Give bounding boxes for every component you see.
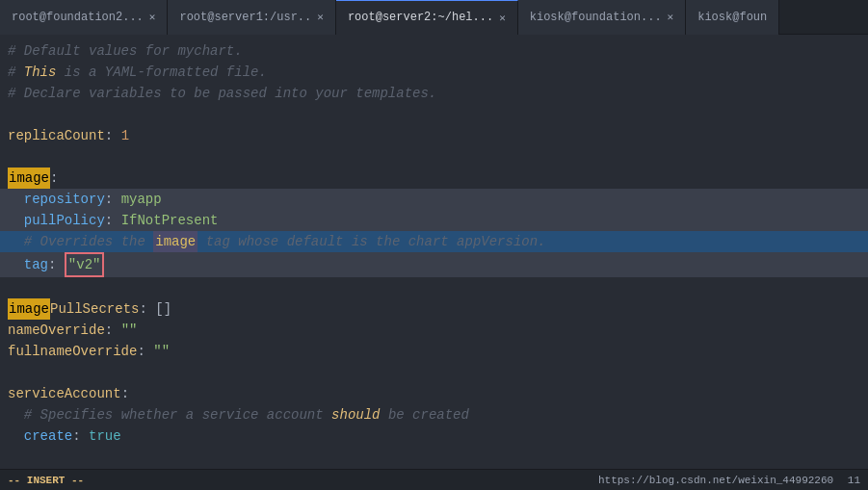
tab-3-close[interactable]: ✕ — [499, 12, 506, 24]
code-line-6 — [0, 146, 868, 168]
tab-5-label: kiosk@foun — [697, 11, 767, 24]
tab-bar: root@foundation2... ✕ root@server1:/usr.… — [0, 0, 868, 35]
code-line-2: # This is a YAML-formatted file. — [0, 62, 868, 83]
code-line-16 — [0, 362, 868, 383]
code-line-5: replicaCount: 1 — [0, 125, 868, 146]
tab-1-label: root@foundation2... — [12, 11, 144, 24]
line-3-text: # Declare variables to be passed into yo… — [8, 83, 436, 104]
status-url: https://blog.csdn.net/weixin_44992260 11 — [598, 475, 860, 486]
code-line-12 — [0, 277, 868, 298]
code-line-18: # Specifies whether a service account sh… — [0, 404, 868, 426]
code-line-14: nameOverride: "" — [0, 320, 868, 341]
tag-value-box: "v2" — [65, 252, 105, 277]
line-5-key: replicaCount — [8, 125, 105, 146]
status-position: 11 — [848, 475, 860, 486]
tab-3-label: root@server2:~/hel... — [348, 11, 493, 24]
code-line-7: image: — [0, 168, 868, 189]
line-2-text: # This is a YAML-formatted file. — [8, 62, 267, 83]
tab-3[interactable]: root@server2:~/hel... ✕ — [336, 0, 518, 35]
tab-1-close[interactable]: ✕ — [149, 11, 156, 23]
code-line-1: # Default values for mychart. — [0, 40, 868, 62]
code-line-4 — [0, 104, 868, 125]
code-line-3: # Declare variables to be passed into yo… — [0, 83, 868, 104]
tab-1[interactable]: root@foundation2... ✕ — [0, 0, 168, 35]
line-1-text: # Default values for mychart. — [8, 40, 243, 62]
tab-4[interactable]: kiosk@foundation... ✕ — [518, 0, 686, 35]
tab-2-label: root@server1:/usr.. — [179, 11, 311, 24]
tab-5[interactable]: kiosk@foun — [686, 0, 779, 35]
status-url-text: https://blog.csdn.net/weixin_44992260 — [598, 475, 833, 486]
code-line-15: fullnameOverride: "" — [0, 341, 868, 362]
image-keyword: image — [8, 168, 50, 189]
code-line-11: tag: "v2" — [0, 252, 868, 277]
code-line-8: repository: myapp — [0, 189, 868, 210]
editor-area[interactable]: # Default values for mychart. # This is … — [0, 35, 868, 469]
image-pullsecrets-keyword: image — [8, 298, 50, 320]
code-line-17: serviceAccount: — [0, 383, 868, 404]
tab-2[interactable]: root@server1:/usr.. ✕ — [168, 0, 335, 35]
code-line-9: pullPolicy: IfNotPresent — [0, 210, 868, 231]
status-bar: -- INSERT -- https://blog.csdn.net/weixi… — [0, 469, 868, 490]
tab-4-close[interactable]: ✕ — [668, 11, 674, 23]
tab-2-close[interactable]: ✕ — [317, 11, 324, 23]
code-content: # Default values for mychart. # This is … — [0, 35, 868, 469]
code-line-10: # Overrides the image tag whose default … — [0, 231, 868, 252]
code-line-13: imagePullSecrets: [] — [0, 298, 868, 320]
code-line-19: create: true — [0, 426, 868, 447]
tab-4-label: kiosk@foundation... — [530, 11, 662, 24]
status-mode: -- INSERT -- — [8, 475, 84, 486]
